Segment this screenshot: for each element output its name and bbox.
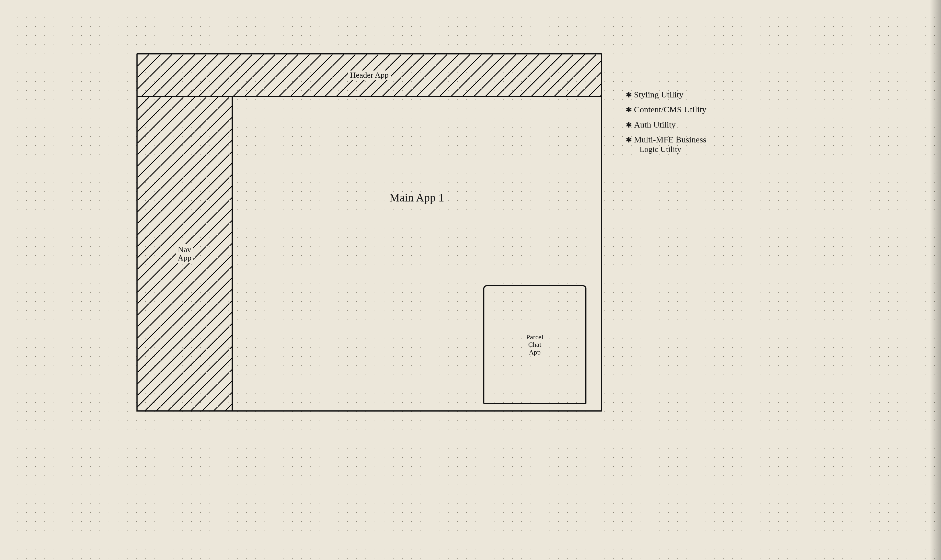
utility-label-line2: Logic Utility	[640, 145, 927, 154]
utility-item-styling: Styling Utility	[626, 90, 927, 100]
utilities-list: Styling Utility Content/CMS Utility Auth…	[626, 90, 927, 159]
app-frame: Header App Nav App Main App 1 Parcel Cha…	[137, 53, 602, 412]
utility-label: Styling Utility	[634, 90, 684, 99]
header-app-label: Header App	[347, 71, 391, 80]
utility-label: Multi-MFE Business	[634, 135, 707, 145]
utility-item-auth: Auth Utility	[626, 120, 927, 130]
utility-label: Content/CMS Utility	[634, 105, 707, 114]
utility-item-content-cms: Content/CMS Utility	[626, 105, 927, 115]
parcel-chat-app-label: Parcel Chat App	[526, 333, 543, 356]
main-app-region: Main App 1 Parcel Chat App	[233, 97, 601, 411]
nav-app-label: Nav App	[176, 244, 193, 263]
utility-item-multi-mfe: Multi-MFE Business Logic Utility	[626, 135, 927, 154]
parcel-chat-app-region: Parcel Chat App	[483, 285, 586, 405]
notebook-page: Header App Nav App Main App 1 Parcel Cha…	[0, 0, 941, 560]
main-app-label: Main App 1	[389, 191, 444, 204]
notebook-page-edge-shadow	[930, 0, 941, 560]
header-app-region: Header App	[138, 54, 601, 97]
utility-label: Auth Utility	[634, 120, 676, 129]
nav-app-region: Nav App	[138, 97, 233, 411]
